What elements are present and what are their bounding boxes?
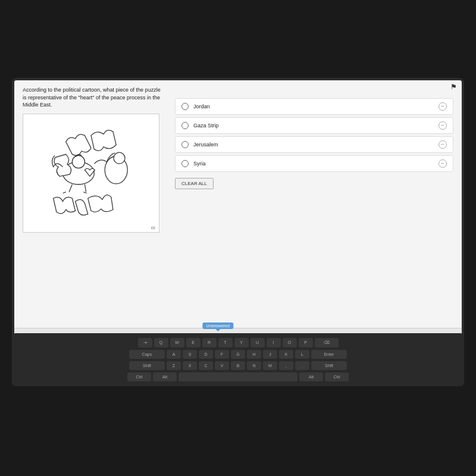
key-g[interactable]: G [231,350,245,359]
key-space[interactable] [178,372,298,381]
key-h[interactable]: H [247,350,261,359]
key-i[interactable]: I [267,338,281,347]
unanswered-tooltip: Unanswered [203,322,233,329]
key-period[interactable]: . [295,361,309,370]
key-o[interactable]: O [283,338,297,347]
key-tab[interactable]: ⇥ [138,338,152,347]
key-n[interactable]: N [247,361,261,370]
svg-point-3 [114,152,125,164]
key-z[interactable]: Z [167,361,181,370]
key-a[interactable]: A [167,350,181,359]
key-b[interactable]: B [231,361,245,370]
key-enter[interactable]: Enter [311,350,347,359]
key-t[interactable]: T [218,338,233,347]
image-credit: cc [151,226,155,230]
answer-option-jordan[interactable]: Jordan − [175,98,453,115]
key-ctrl[interactable]: Ctrl [127,372,151,381]
answer-label-jerusalem: Jerusalem [193,142,218,148]
key-w[interactable]: W [170,338,184,347]
answer-label-jordan: Jordan [193,104,210,109]
answer-options: Jordan − Gaza Strip − [175,86,453,322]
eliminate-gaza[interactable]: − [439,121,447,130]
flag-icon[interactable]: ⚑ [450,83,457,91]
key-m[interactable]: M [263,361,277,370]
key-comma[interactable]: , [279,361,293,370]
eliminate-jordan[interactable]: − [439,102,447,111]
key-shift-right[interactable]: Shift [311,361,347,370]
key-d[interactable]: D [199,350,213,359]
radio-syria[interactable] [181,160,189,167]
key-r[interactable]: R [202,338,217,347]
question-text: According to the political cartoon, what… [23,86,165,109]
key-k[interactable]: K [279,350,293,359]
answer-option-syria[interactable]: Syria − [175,155,453,172]
cartoon-image: cc [23,114,159,233]
answer-label-syria: Syria [193,161,206,167]
answer-label-gaza: Gaza Strip [193,123,219,129]
radio-jordan[interactable] [181,103,189,110]
eliminate-syria[interactable]: − [439,159,447,168]
key-p[interactable]: P [299,338,313,347]
radio-gaza[interactable] [181,122,189,129]
key-s[interactable]: S [183,350,197,359]
keyboard: ⇥ Q W E R T Y U I O P ⌫ Caps A S D F G H [12,333,464,386]
key-v[interactable]: V [215,361,229,370]
answer-option-jerusalem[interactable]: Jerusalem − [175,136,453,153]
key-caps[interactable]: Caps [129,350,165,359]
key-y[interactable]: Y [234,338,249,347]
key-f[interactable]: F [215,350,229,359]
key-backspace[interactable]: ⌫ [315,338,339,347]
key-j[interactable]: J [263,350,277,359]
key-alt-right[interactable]: Alt [299,372,323,381]
key-ctrl-right[interactable]: Ctrl [325,372,349,381]
key-e[interactable]: E [186,338,201,347]
key-alt[interactable]: Alt [153,372,177,381]
key-l[interactable]: L [295,350,309,359]
key-q[interactable]: Q [154,338,168,347]
radio-jerusalem[interactable] [181,141,189,148]
clear-all-button[interactable]: CLEAR ALL [175,178,214,189]
key-x[interactable]: X [183,361,197,370]
key-shift-left[interactable]: Shift [129,361,165,370]
key-c[interactable]: C [199,361,213,370]
key-u[interactable]: U [250,338,265,347]
svg-point-1 [72,155,84,168]
eliminate-jerusalem[interactable]: − [439,140,447,149]
answer-option-gaza[interactable]: Gaza Strip − [175,117,453,134]
